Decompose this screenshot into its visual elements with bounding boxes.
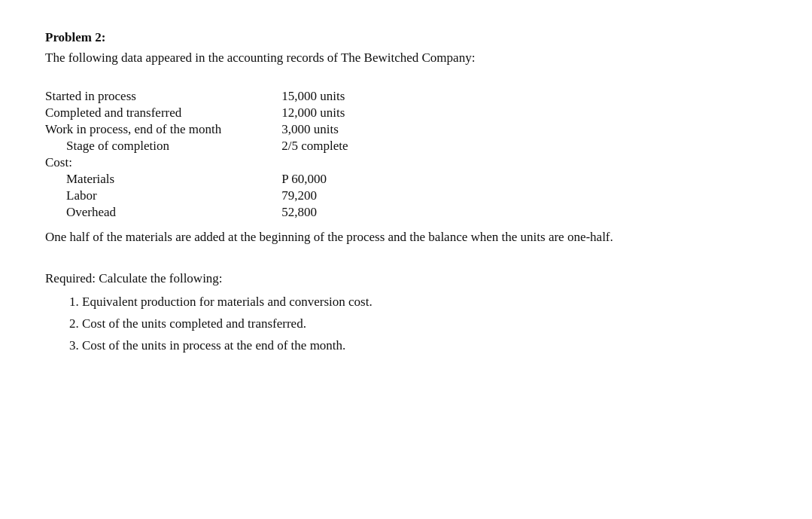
label-wip: Work in process, end of the month	[45, 122, 281, 139]
data-table: Started in process 15,000 units Complete…	[45, 89, 348, 221]
label-stage: Stage of completion	[45, 139, 281, 155]
value-completed: 12,000 units	[281, 105, 348, 122]
label-cost: Cost:	[45, 155, 281, 172]
label-overhead: Overhead	[45, 205, 281, 221]
table-row: Cost:	[45, 155, 348, 172]
required-item-1: 1. Equivalent production for materials a…	[69, 292, 767, 312]
page-container: Problem 2: The following data appeared i…	[0, 0, 812, 388]
table-row: Started in process 15,000 units	[45, 89, 348, 105]
table-row: Work in process, end of the month 3,000 …	[45, 122, 348, 139]
value-started: 15,000 units	[281, 89, 348, 105]
table-row: Stage of completion 2/5 complete	[45, 139, 348, 155]
required-item-2: 2. Cost of the units completed and trans…	[69, 313, 767, 334]
narrative-text: One half of the materials are added at t…	[45, 227, 767, 247]
value-overhead: 52,800	[281, 205, 348, 221]
value-labor: 79,200	[281, 188, 348, 205]
label-materials: Materials	[45, 172, 281, 188]
label-labor: Labor	[45, 188, 281, 205]
required-list: 1. Equivalent production for materials a…	[45, 292, 767, 356]
required-title: Required: Calculate the following:	[45, 268, 767, 289]
value-wip: 3,000 units	[281, 122, 348, 139]
narrative-content: One half of the materials are added at t…	[45, 230, 613, 244]
table-row: Overhead 52,800	[45, 205, 348, 221]
problem-title: Problem 2:	[45, 30, 767, 45]
value-stage: 2/5 complete	[281, 139, 348, 155]
table-row: Labor 79,200	[45, 188, 348, 205]
value-materials: P 60,000	[281, 172, 348, 188]
table-row: Materials P 60,000	[45, 172, 348, 188]
label-started: Started in process	[45, 89, 281, 105]
required-section: Required: Calculate the following: 1. Eq…	[45, 268, 767, 356]
required-item-3: 3. Cost of the units in process at the e…	[69, 335, 767, 356]
value-cost-empty	[281, 155, 348, 172]
table-row: Completed and transferred 12,000 units	[45, 105, 348, 122]
intro-text: The following data appeared in the accou…	[45, 48, 767, 68]
label-completed: Completed and transferred	[45, 105, 281, 122]
